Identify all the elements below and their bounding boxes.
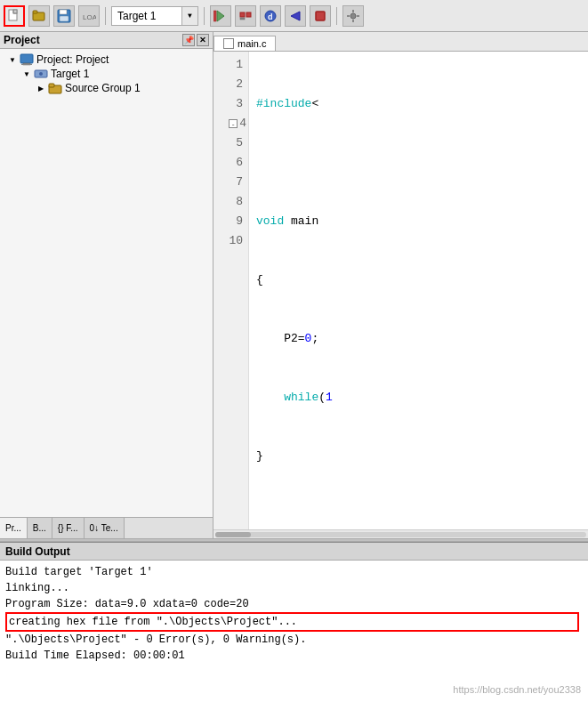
editor-tabs: main.c	[213, 32, 588, 52]
tab-books[interactable]: B...	[28, 518, 52, 538]
scroll-track[interactable]	[215, 532, 586, 537]
svg-text:LOAD: LOAD	[83, 13, 96, 21]
project-panel-title: Project	[4, 34, 40, 46]
tree-item-source-group[interactable]: ▶ Source Group 1	[4, 81, 209, 95]
toolbar-icon-b4[interactable]	[285, 5, 306, 27]
svg-rect-30	[49, 84, 54, 87]
svg-rect-18	[316, 12, 325, 20]
line-1: 1	[213, 55, 248, 75]
code-line-2	[256, 153, 581, 173]
svg-rect-8	[60, 16, 68, 21]
build-header: Build Output	[0, 543, 588, 561]
project-panel-header: Project 📌 ✕	[0, 32, 213, 49]
toolbar-icon-b1[interactable]	[210, 5, 231, 27]
tree-item-target[interactable]: ▼ Target 1	[4, 67, 209, 81]
tab-project[interactable]: Pr...	[0, 518, 28, 538]
build-line-2: linking...	[5, 580, 583, 596]
toolbar-icon-b5[interactable]	[310, 5, 331, 27]
line-8: 8	[213, 192, 248, 212]
line-5: 5	[213, 133, 248, 153]
expander-target[interactable]: ▼	[21, 69, 32, 79]
svg-rect-12	[240, 12, 245, 17]
toolbar-icon-b2[interactable]	[235, 5, 256, 27]
svg-rect-24	[20, 54, 33, 63]
build-output-title: Build Output	[5, 545, 70, 558]
main-area: Project 📌 ✕ ▼ Project: Project	[0, 32, 588, 538]
line-10: 10	[213, 231, 248, 251]
build-output: Build Output Build target 'Target 1' lin…	[0, 542, 588, 702]
line-6: 6	[213, 153, 248, 173]
source-group-label: Source Group 1	[65, 82, 141, 94]
fold-marker-4[interactable]: -	[229, 119, 238, 128]
svg-rect-7	[60, 10, 67, 14]
svg-marker-17	[291, 12, 300, 20]
toolbar-separator-2	[204, 7, 205, 25]
toolbar-separator-1	[105, 7, 106, 25]
editor-tab-mainc[interactable]: main.c	[213, 36, 276, 51]
build-line-4: creating hex file from ".\Objects\Projec…	[5, 612, 579, 632]
line-3: 3	[213, 94, 248, 114]
tab-functions[interactable]: {} F...	[52, 518, 85, 538]
svg-rect-14	[240, 18, 245, 20]
build-line-3: Program Size: data=9.0 xdata=0 code=20	[5, 596, 583, 612]
line-9: 9	[213, 212, 248, 231]
code-line-5: P2=0;	[256, 329, 581, 349]
scroll-thumb[interactable]	[215, 532, 251, 537]
toolbar-icon-open[interactable]	[28, 5, 50, 27]
root-label: Project: Project	[36, 53, 109, 66]
code-content[interactable]: #include< void main { P2=0; while(1 }	[249, 52, 588, 529]
expander-source-group[interactable]: ▶	[36, 83, 46, 93]
panel-close-button[interactable]: ✕	[197, 34, 209, 46]
toolbar-icon-load[interactable]: LOAD	[78, 5, 100, 27]
target-selector[interactable]: Target 1	[111, 6, 182, 26]
panel-pin-button[interactable]: 📌	[182, 34, 195, 46]
build-content: Build target 'Target 1' linking... Progr…	[0, 561, 588, 702]
expander-root[interactable]: ▼	[7, 54, 18, 65]
target-dropdown[interactable]: ▼	[182, 6, 198, 26]
svg-text:d: d	[268, 12, 273, 21]
line-4: -4	[213, 114, 248, 133]
watermark: https://blog.csdn.net/you2338	[453, 684, 581, 695]
line-2: 2	[213, 75, 248, 94]
panel-header-controls: 📌 ✕	[182, 34, 209, 46]
svg-point-28	[39, 72, 43, 76]
build-line-5: ".\Objects\Project" - 0 Error(s), 0 Warn…	[5, 632, 583, 648]
target-label: Target 1	[51, 68, 89, 80]
code-line-3: void main	[256, 212, 581, 231]
tab-templates[interactable]: 0↓ Te...	[85, 518, 125, 538]
svg-rect-21	[352, 20, 354, 22]
toolbar-icon-new[interactable]	[4, 5, 25, 27]
folder-icon	[48, 82, 62, 94]
toolbar-icon-b3[interactable]: d	[260, 5, 281, 27]
editor-scrollbar[interactable]	[213, 529, 588, 538]
line-numbers: 1 2 3 -4 5 6 7 8 9 10	[213, 52, 249, 529]
svg-rect-11	[213, 11, 216, 21]
build-line-1: Build target 'Target 1'	[5, 564, 583, 580]
toolbar-icon-save[interactable]	[53, 5, 75, 27]
computer-icon	[20, 53, 34, 66]
svg-marker-10	[217, 11, 224, 21]
toolbar-icon-settings[interactable]	[342, 5, 364, 27]
svg-rect-1	[13, 10, 17, 13]
build-line-6: Build Time Elapsed: 00:00:01	[5, 648, 583, 664]
file-icon	[223, 38, 234, 49]
toolbar-separator-3	[336, 7, 337, 25]
svg-point-19	[350, 13, 356, 19]
project-panel-tabs: Pr... B... {} F... 0↓ Te...	[0, 517, 213, 538]
svg-rect-20	[352, 10, 354, 12]
target-icon	[34, 68, 48, 80]
code-line-4: {	[256, 270, 581, 290]
svg-rect-22	[347, 15, 350, 17]
line-7: 7	[213, 173, 248, 192]
project-tree: ▼ Project: Project ▼	[0, 49, 213, 517]
code-container: 1 2 3 -4 5 6 7 8 9 10 #include< void mai…	[213, 52, 588, 529]
project-panel: Project 📌 ✕ ▼ Project: Project	[0, 32, 213, 538]
svg-rect-13	[246, 12, 251, 17]
toolbar: LOAD Target 1 ▼ d	[0, 0, 588, 32]
code-line-6: while(1	[256, 388, 581, 407]
tab-label: main.c	[238, 38, 266, 49]
svg-rect-23	[357, 15, 359, 17]
code-line-1: #include<	[256, 94, 581, 114]
tree-item-root[interactable]: ▼ Project: Project	[4, 52, 209, 67]
svg-rect-5	[33, 11, 37, 13]
